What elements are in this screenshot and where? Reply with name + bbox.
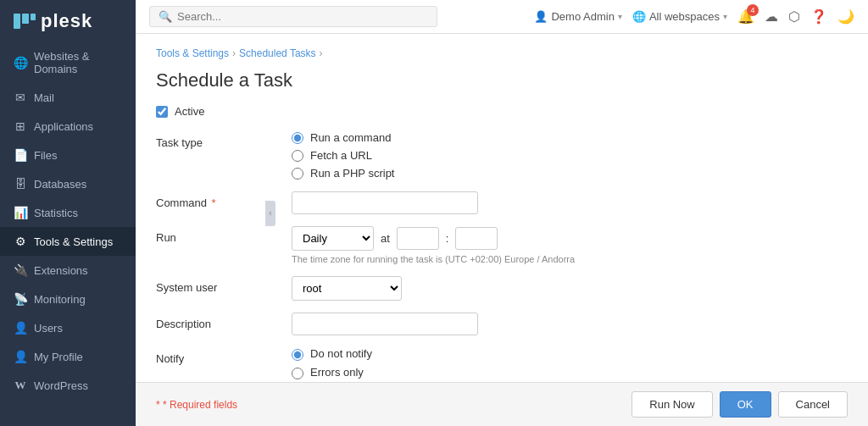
radio-run-command-input[interactable] [292, 132, 303, 144]
sidebar-item-label: Websites & Domains [34, 50, 122, 75]
sidebar-item-applications[interactable]: ⊞ Applications [0, 112, 136, 141]
notify-label: Notify [156, 347, 292, 365]
main-area: ‹ 🔍 👤 Demo Admin ▾ 🌐 All webspaces ▾ 🔔 4… [136, 0, 868, 426]
notify-controls: Do not notify Errors only Notifications … [292, 347, 848, 382]
breadcrumb-tools-settings[interactable]: Tools & Settings [156, 47, 229, 59]
run-controls: Daily Hourly Weekly Monthly Cron style a… [292, 226, 848, 264]
notifications-icon-wrapper[interactable]: 🔔 4 [737, 8, 754, 25]
notify-do-not-label: Do not notify [310, 347, 372, 360]
sidebar-item-websites-domains[interactable]: 🌐 Websites & Domains [0, 42, 136, 83]
sidebar-item-label: Monitoring [34, 293, 86, 306]
help-icon[interactable]: ❓ [810, 8, 827, 25]
breadcrumb-sep2: › [320, 47, 323, 59]
sidebar-item-tools-settings[interactable]: ⚙ Tools & Settings [0, 227, 136, 256]
description-input[interactable] [292, 313, 478, 335]
radio-run-php-input[interactable] [292, 168, 303, 180]
radio-run-command[interactable]: Run a command [292, 131, 848, 144]
sidebar-item-wordpress[interactable]: W WordPress [0, 371, 136, 400]
run-frequency-select[interactable]: Daily Hourly Weekly Monthly Cron style [292, 226, 374, 251]
notify-do-not[interactable]: Do not notify [292, 347, 848, 361]
sidebar-item-statistics[interactable]: 📊 Statistics [0, 198, 136, 227]
required-note: * * Required fields [156, 399, 237, 411]
task-type-row: Task type Run a command Fetch a URL Run … [156, 131, 848, 180]
schedule-task-form: Active Task type Run a command Fetch a U… [156, 105, 848, 382]
radio-run-php-label: Run a PHP script [310, 167, 394, 180]
run-row: Run Daily Hourly Weekly Monthly Cron sty… [156, 226, 848, 264]
sidebar-item-databases[interactable]: 🗄 Databases [0, 169, 136, 198]
profile-icon: 👤 [14, 350, 27, 363]
users-icon: 👤 [14, 321, 27, 335]
websites-icon: 🌐 [14, 56, 27, 69]
ok-button[interactable]: OK [720, 391, 771, 418]
cancel-button[interactable]: Cancel [778, 391, 848, 418]
run-minute-input[interactable]: 00 [455, 227, 498, 250]
user-icon: 👤 [534, 10, 548, 23]
svg-rect-2 [31, 14, 36, 20]
notify-do-not-input[interactable] [292, 349, 303, 361]
command-row: Command * [156, 191, 848, 214]
system-user-select[interactable]: root [292, 276, 402, 301]
sidebar-item-monitoring[interactable]: 📡 Monitoring [0, 285, 136, 313]
sidebar-item-label: My Profile [34, 351, 83, 363]
sidebar-item-label: Users [34, 322, 63, 335]
sidebar-item-label: Databases [34, 178, 86, 191]
notify-row: Notify Do not notify Errors only Notific… [156, 347, 848, 382]
user-name: Demo Admin [551, 10, 614, 23]
timezone-note: The time zone for running the task is (U… [292, 254, 848, 264]
notify-errors-only[interactable]: Errors only Notifications contain the st… [292, 366, 848, 382]
sidebar-item-label: Statistics [34, 207, 78, 219]
logo[interactable]: plesk [0, 0, 136, 42]
sidebar-item-label: Applications [34, 120, 93, 133]
sidebar-item-users[interactable]: 👤 Users [0, 313, 136, 342]
active-row: Active [156, 105, 848, 118]
sidebar-item-my-profile[interactable]: 👤 My Profile [0, 342, 136, 371]
run-now-button[interactable]: Run Now [632, 391, 712, 418]
wordpress-icon: W [14, 379, 27, 392]
radio-fetch-url[interactable]: Fetch a URL [292, 149, 848, 162]
search-input[interactable] [177, 10, 428, 23]
description-row: Description [156, 313, 848, 335]
extensions-icon: 🔌 [14, 263, 27, 277]
breadcrumb-scheduled-tasks[interactable]: Scheduled Tasks [239, 47, 316, 59]
sidebar-item-label: Files [34, 149, 57, 162]
radio-run-php[interactable]: Run a PHP script [292, 167, 848, 180]
system-user-controls: root [292, 276, 848, 301]
radio-fetch-url-input[interactable] [292, 150, 303, 162]
notify-do-not-block: Do not notify [310, 347, 372, 360]
colon-sep: : [446, 232, 449, 245]
system-user-label: System user [156, 276, 292, 294]
task-type-label: Task type [156, 131, 292, 149]
applications-icon: ⊞ [14, 119, 27, 133]
globe-icon: 🌐 [632, 10, 646, 23]
task-type-controls: Run a command Fetch a URL Run a PHP scri… [292, 131, 848, 180]
cloud-icon[interactable]: ☁ [765, 8, 778, 25]
command-input[interactable] [292, 191, 478, 214]
tools-icon: ⚙ [14, 235, 27, 248]
sidebar-item-label: Mail [34, 91, 54, 104]
webspace-dropdown-icon: ▾ [723, 12, 727, 21]
required-star: * [156, 399, 163, 411]
sidebar-collapse-handle[interactable]: ‹ [265, 201, 275, 226]
required-text: * Required fields [163, 399, 237, 411]
sidebar-item-mail[interactable]: ✉ Mail [0, 83, 136, 112]
run-hour-input[interactable]: 00 [397, 227, 439, 250]
sidebar-item-extensions[interactable]: 🔌 Extensions [0, 256, 136, 285]
content-area: Tools & Settings › Scheduled Tasks › Sch… [136, 34, 868, 382]
header-right: 👤 Demo Admin ▾ 🌐 All webspaces ▾ 🔔 4 ☁ ⬡… [534, 8, 854, 25]
search-box[interactable]: 🔍 [149, 6, 437, 27]
sidebar-item-files[interactable]: 📄 Files [0, 141, 136, 169]
moon-icon[interactable]: 🌙 [837, 8, 854, 25]
webspace-label: All webspaces [649, 10, 720, 23]
databases-icon: 🗄 [14, 177, 27, 191]
svg-rect-1 [22, 14, 29, 24]
webspace-selector[interactable]: 🌐 All webspaces ▾ [632, 10, 727, 23]
notify-errors-input[interactable] [292, 368, 303, 379]
command-required-star: * [209, 196, 216, 209]
puzzle-icon[interactable]: ⬡ [788, 8, 800, 25]
svg-rect-0 [14, 14, 20, 29]
radio-fetch-url-label: Fetch a URL [310, 149, 372, 162]
user-info[interactable]: 👤 Demo Admin ▾ [534, 10, 621, 23]
active-checkbox[interactable] [156, 106, 168, 118]
footer-bar: * * Required fields Run Now OK Cancel [136, 382, 868, 426]
search-icon: 🔍 [159, 10, 172, 23]
